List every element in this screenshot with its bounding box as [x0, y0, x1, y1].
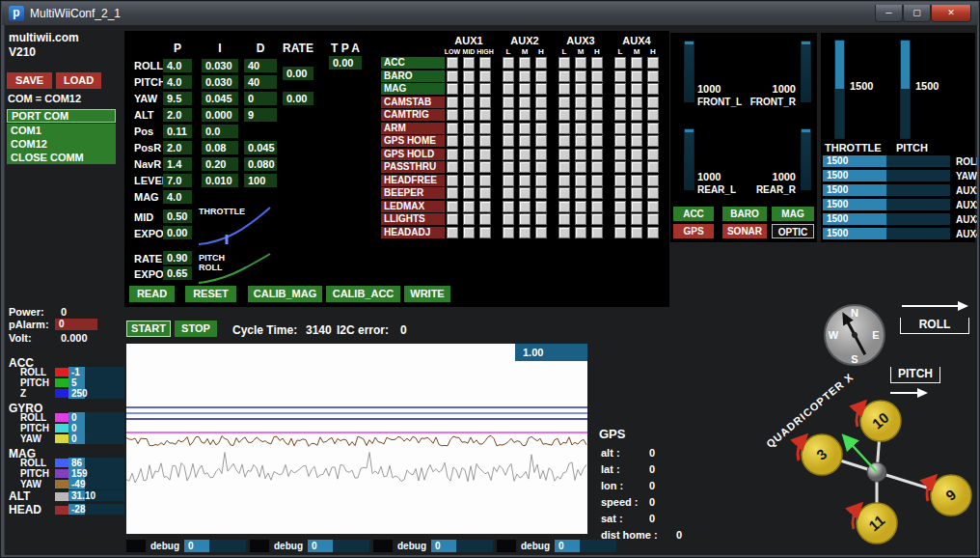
aux-checkbox-headfree-aux1-mid[interactable]: [463, 175, 475, 186]
aux-checkbox-gps-home-aux2-low[interactable]: [503, 135, 514, 147]
aux-checkbox-camtrig-aux3-high[interactable]: [591, 109, 603, 121]
aux-checkbox-beeper-aux4-mid[interactable]: [631, 187, 642, 199]
rc-rate-value[interactable]: 0.90: [163, 251, 192, 265]
throttle-expo-value[interactable]: 0.00: [163, 226, 192, 239]
aux-checkbox-camtrig-aux3-mid[interactable]: [575, 109, 586, 121]
graph-scale[interactable]: 1.00: [515, 344, 587, 361]
aux-checkbox-gps-hold-aux3-mid[interactable]: [575, 149, 586, 160]
aux-checkbox-ledmax-aux4-low[interactable]: [614, 201, 626, 212]
aux-checkbox-camstab-aux4-low[interactable]: [614, 97, 626, 108]
port-com-header[interactable]: PORT COM: [7, 109, 116, 123]
aux-checkbox-llights-aux4-mid[interactable]: [631, 213, 642, 225]
aux-checkbox-arm-aux2-high[interactable]: [535, 123, 547, 134]
pid-roll-p[interactable]: 4.0: [163, 59, 192, 72]
aux-checkbox-ledmax-aux4-high[interactable]: [647, 201, 659, 212]
aux-checkbox-llights-aux4-high[interactable]: [647, 213, 659, 225]
aux-checkbox-headfree-aux2-mid[interactable]: [519, 175, 531, 186]
aux-checkbox-baro-aux1-low[interactable]: [447, 70, 458, 82]
aux-checkbox-camstab-aux3-low[interactable]: [558, 97, 570, 108]
aux-checkbox-passthru-aux4-low[interactable]: [614, 161, 626, 173]
pid-posr-i[interactable]: 0.08: [202, 141, 238, 154]
aux-checkbox-gps-hold-aux3-low[interactable]: [558, 149, 570, 160]
pid-alt-d[interactable]: 9: [244, 108, 277, 122]
pid-yaw-p[interactable]: 9.5: [163, 92, 192, 105]
gps-toggle-button[interactable]: GPS: [673, 224, 714, 238]
aux-checkbox-headfree-aux3-high[interactable]: [591, 175, 603, 186]
aux-checkbox-beeper-aux1-mid[interactable]: [463, 187, 475, 199]
aux-checkbox-acc-aux1-low[interactable]: [447, 57, 458, 69]
aux-checkbox-baro-aux4-mid[interactable]: [631, 70, 642, 82]
pid-pitch-d[interactable]: 40: [244, 75, 277, 89]
aux-checkbox-camstab-aux2-high[interactable]: [535, 97, 547, 108]
aux-checkbox-passthru-aux3-mid[interactable]: [575, 161, 586, 173]
aux-checkbox-beeper-aux4-low[interactable]: [614, 187, 626, 199]
port-item-com12[interactable]: COM12: [7, 137, 116, 151]
aux-checkbox-gps-hold-aux1-high[interactable]: [479, 149, 491, 160]
aux-checkbox-acc-aux1-high[interactable]: [479, 57, 491, 69]
mag-toggle-button[interactable]: MAG: [772, 207, 814, 221]
aux-checkbox-headadj-aux1-high[interactable]: [479, 227, 491, 238]
pid-posr-d[interactable]: 0.045: [244, 141, 277, 154]
aux-checkbox-headadj-aux4-low[interactable]: [614, 227, 626, 238]
aux-checkbox-camtrig-aux3-low[interactable]: [558, 109, 570, 121]
aux-checkbox-acc-aux3-low[interactable]: [558, 57, 570, 69]
aux-checkbox-passthru-aux1-high[interactable]: [479, 161, 491, 173]
aux-checkbox-camtrig-aux2-low[interactable]: [503, 109, 514, 121]
aux-checkbox-gps-hold-aux2-high[interactable]: [535, 149, 547, 160]
aux-checkbox-acc-aux3-mid[interactable]: [575, 57, 586, 69]
load-button[interactable]: LOAD: [56, 72, 101, 89]
aux-checkbox-gps-home-aux2-high[interactable]: [535, 135, 547, 147]
pid-level-d[interactable]: 100: [244, 174, 277, 187]
aux-checkbox-gps-home-aux4-high[interactable]: [647, 135, 659, 147]
aux-checkbox-beeper-aux3-high[interactable]: [591, 187, 603, 199]
optic-toggle-button[interactable]: OPTIC: [772, 224, 814, 238]
aux-checkbox-passthru-aux1-mid[interactable]: [463, 161, 475, 173]
aux-checkbox-mag-aux2-mid[interactable]: [519, 83, 531, 95]
aux-checkbox-camstab-aux2-low[interactable]: [503, 97, 514, 108]
aux-checkbox-ledmax-aux2-low[interactable]: [503, 201, 514, 212]
aux-checkbox-gps-home-aux4-mid[interactable]: [631, 135, 642, 147]
aux-checkbox-beeper-aux4-high[interactable]: [647, 187, 659, 199]
aux-checkbox-camtrig-aux4-mid[interactable]: [631, 109, 642, 121]
aux-checkbox-mag-aux4-mid[interactable]: [631, 83, 642, 95]
aux-checkbox-ledmax-aux2-high[interactable]: [535, 201, 547, 212]
aux-checkbox-gps-hold-aux4-high[interactable]: [647, 149, 659, 160]
aux-checkbox-camtrig-aux1-high[interactable]: [479, 109, 491, 121]
aux-checkbox-llights-aux3-high[interactable]: [591, 213, 603, 225]
pid-pitch-i[interactable]: 0.030: [202, 75, 238, 89]
pid-rate-rollpitch[interactable]: 0.00: [283, 67, 313, 80]
aux-checkbox-headadj-aux3-mid[interactable]: [575, 227, 586, 238]
pid-alt-p[interactable]: 2.0: [163, 108, 192, 122]
aux-checkbox-acc-aux2-low[interactable]: [503, 57, 514, 69]
aux-checkbox-passthru-aux1-low[interactable]: [447, 161, 458, 173]
aux-checkbox-gps-home-aux4-low[interactable]: [614, 135, 626, 147]
aux-checkbox-camstab-aux1-low[interactable]: [447, 97, 458, 108]
aux-checkbox-baro-aux4-high[interactable]: [647, 70, 659, 82]
write-button[interactable]: WRITE: [404, 286, 450, 302]
aux-checkbox-llights-aux3-low[interactable]: [558, 213, 570, 225]
aux-checkbox-llights-aux2-mid[interactable]: [519, 213, 531, 225]
aux-checkbox-acc-aux3-high[interactable]: [591, 57, 603, 69]
reset-button[interactable]: RESET: [185, 286, 236, 302]
aux-checkbox-headadj-aux2-mid[interactable]: [519, 227, 531, 238]
aux-checkbox-passthru-aux2-high[interactable]: [535, 161, 547, 173]
aux-checkbox-baro-aux2-mid[interactable]: [519, 70, 531, 82]
aux-checkbox-headadj-aux4-mid[interactable]: [631, 227, 642, 238]
pid-yaw-d[interactable]: 0: [244, 92, 277, 105]
aux-checkbox-arm-aux1-low[interactable]: [447, 123, 458, 134]
aux-checkbox-arm-aux3-low[interactable]: [558, 123, 570, 134]
aux-checkbox-camstab-aux3-mid[interactable]: [575, 97, 586, 108]
aux-checkbox-mag-aux4-low[interactable]: [614, 83, 626, 95]
aux-checkbox-camtrig-aux4-high[interactable]: [647, 109, 659, 121]
port-item-close-comm[interactable]: CLOSE COMM: [7, 151, 116, 164]
pid-navr-d[interactable]: 0.080: [244, 157, 277, 171]
aux-checkbox-ledmax-aux4-mid[interactable]: [631, 201, 642, 212]
aux-checkbox-llights-aux1-low[interactable]: [447, 213, 458, 225]
aux-checkbox-acc-aux4-mid[interactable]: [631, 57, 642, 69]
aux-checkbox-beeper-aux2-mid[interactable]: [519, 187, 531, 199]
aux-checkbox-headadj-aux2-low[interactable]: [503, 227, 514, 238]
aux-checkbox-camstab-aux3-high[interactable]: [591, 97, 603, 108]
titlebar[interactable]: p MultiWiiConf_2_1 ─ ▢ ✕: [2, 2, 978, 25]
aux-checkbox-headadj-aux3-high[interactable]: [591, 227, 603, 238]
aux-checkbox-acc-aux2-high[interactable]: [535, 57, 547, 69]
